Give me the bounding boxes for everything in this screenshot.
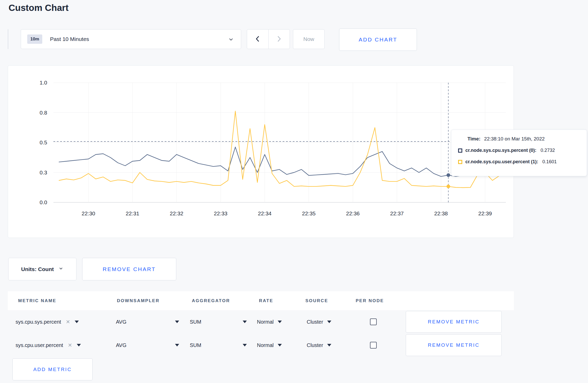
metric-row: sys.cpu.sys.percent ✕ AVG SUM Normal Clu… — [8, 310, 588, 334]
tooltip-time-row: Time:22:38:10 on Mar 15th, 2022 — [467, 136, 580, 142]
remove-tag-icon[interactable]: ✕ — [68, 342, 72, 348]
caret-down-icon[interactable] — [77, 344, 81, 346]
series-swatch-user-icon — [458, 160, 462, 164]
source-select[interactable]: Cluster — [307, 342, 323, 348]
svg-text:22:31: 22:31 — [126, 210, 139, 216]
chevron-left-icon — [254, 35, 261, 44]
chevron-down-icon — [228, 36, 234, 44]
svg-text:22:38: 22:38 — [434, 210, 448, 216]
remove-tag-icon[interactable]: ✕ — [66, 319, 70, 325]
svg-text:0.0: 0.0 — [40, 199, 47, 205]
col-header-rate: RATE — [259, 291, 273, 310]
col-header-aggregator: AGGREGATOR — [192, 291, 230, 310]
timeseries-chart[interactable]: 0.00.30.50.81.022:3022:3122:3222:3322:34… — [8, 66, 514, 238]
caret-down-icon[interactable] — [327, 344, 331, 346]
time-nav-group — [247, 29, 290, 49]
svg-text:22:34: 22:34 — [258, 210, 272, 216]
caret-down-icon[interactable] — [75, 321, 79, 323]
caret-down-icon[interactable] — [278, 344, 282, 346]
metric-name-value[interactable]: sys.cpu.user.percent — [16, 342, 63, 348]
tooltip-time-value: 22:38:10 on Mar 15th, 2022 — [484, 136, 544, 141]
svg-text:22:37: 22:37 — [390, 210, 404, 216]
svg-text:0.5: 0.5 — [40, 139, 47, 145]
caret-down-icon[interactable] — [278, 321, 282, 323]
caret-down-icon[interactable] — [175, 321, 179, 323]
tooltip-time-label: Time: — [467, 136, 480, 141]
aggregator-select[interactable]: SUM — [190, 342, 201, 348]
next-range-button[interactable] — [268, 30, 290, 49]
chevron-right-icon — [276, 35, 282, 44]
metric-name-value[interactable]: sys.cpu.sys.percent — [16, 319, 61, 325]
tooltip-series-label: cr.node.sys.cpu.user.percent (1): — [465, 159, 538, 165]
chart-hover-tooltip: Time:22:38:10 on Mar 15th, 2022 cr.node.… — [451, 130, 587, 176]
tooltip-series-label: cr.node.sys.cpu.sys.percent (0): — [465, 148, 536, 153]
col-header-per-node: PER NODE — [356, 291, 384, 310]
tooltip-series-row: cr.node.sys.cpu.user.percent (1): 0.1601 — [458, 159, 580, 165]
tooltip-series-row: cr.node.sys.cpu.sys.percent (0): 0.2732 — [458, 148, 580, 153]
add-metric-button[interactable]: ADD METRIC — [12, 358, 93, 380]
time-range-label: Past 10 Minutes — [50, 36, 89, 42]
rate-select[interactable]: Normal — [257, 319, 274, 325]
downsampler-select[interactable]: AVG — [116, 319, 127, 325]
col-header-source: SOURCE — [305, 291, 328, 310]
time-range-badge: 10m — [27, 34, 42, 44]
caret-down-icon[interactable] — [175, 344, 179, 346]
svg-text:22:30: 22:30 — [82, 210, 95, 216]
source-select[interactable]: Cluster — [307, 319, 323, 325]
per-node-checkbox[interactable] — [370, 342, 377, 349]
svg-text:1.0: 1.0 — [40, 80, 47, 86]
remove-metric-button[interactable]: REMOVE METRIC — [406, 311, 502, 333]
tooltip-series-value: 0.2732 — [541, 148, 555, 153]
caret-down-icon[interactable] — [243, 344, 247, 346]
caret-down-icon[interactable] — [327, 321, 331, 323]
units-dropdown[interactable]: Units: Count — [8, 258, 76, 280]
svg-text:22:32: 22:32 — [170, 210, 184, 216]
svg-text:22:36: 22:36 — [346, 210, 360, 216]
svg-text:0.8: 0.8 — [40, 110, 47, 116]
add-chart-button[interactable]: ADD CHART — [339, 29, 417, 51]
tooltip-series-value: 0.1601 — [542, 159, 557, 165]
chart-card: 0.00.30.50.81.022:3022:3122:3222:3322:34… — [8, 65, 514, 238]
metrics-table-header: METRIC NAME DOWNSAMPLER AGGREGATOR RATE … — [8, 291, 514, 310]
downsampler-select[interactable]: AVG — [116, 342, 127, 348]
chevron-down-icon — [58, 266, 64, 272]
svg-text:22:33: 22:33 — [214, 210, 228, 216]
metric-row: sys.cpu.user.percent ✕ AVG SUM Normal Cl… — [8, 334, 588, 357]
units-label: Units: Count — [21, 266, 54, 272]
svg-text:22:35: 22:35 — [302, 210, 316, 216]
rate-select[interactable]: Normal — [257, 342, 274, 348]
remove-metric-button[interactable]: REMOVE METRIC — [406, 334, 502, 356]
prev-range-button[interactable] — [247, 30, 268, 49]
svg-text:22:39: 22:39 — [478, 210, 492, 216]
col-header-metric-name: METRIC NAME — [18, 291, 56, 310]
aggregator-select[interactable]: SUM — [190, 319, 201, 325]
per-node-checkbox[interactable] — [370, 318, 377, 325]
page-title: Custom Chart — [9, 3, 68, 13]
toolbar-divider — [8, 29, 8, 49]
svg-text:0.3: 0.3 — [40, 169, 47, 175]
caret-down-icon[interactable] — [243, 321, 247, 323]
col-header-downsampler: DOWNSAMPLER — [117, 291, 159, 310]
series-swatch-sys-icon — [458, 148, 462, 153]
remove-chart-button[interactable]: REMOVE CHART — [82, 258, 176, 280]
time-range-dropdown[interactable]: 10m Past 10 Minutes — [21, 29, 241, 49]
now-button[interactable]: Now — [293, 29, 325, 49]
